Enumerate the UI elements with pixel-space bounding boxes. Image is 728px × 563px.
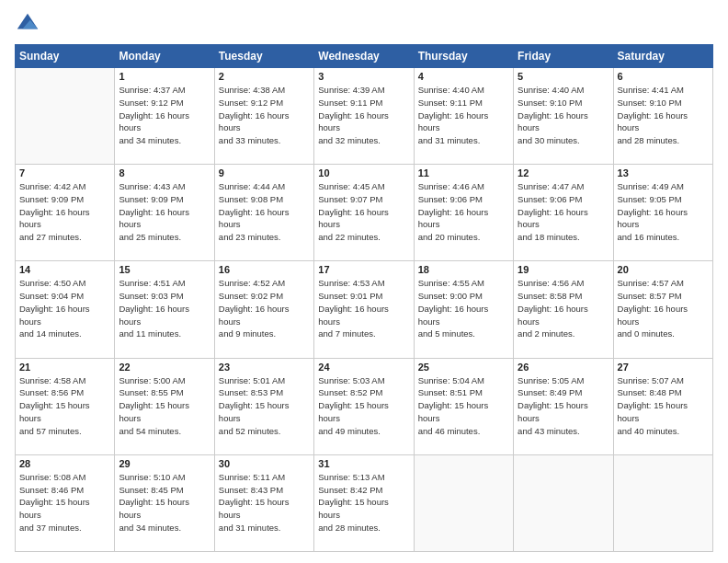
day-number: 5 — [518, 71, 609, 82]
day-number: 10 — [318, 167, 409, 178]
cell-text: Sunrise: 5:11 AMSunset: 8:43 PMDaylight:… — [219, 471, 310, 534]
day-number: 13 — [618, 167, 709, 178]
calendar-cell: 11Sunrise: 4:46 AMSunset: 9:06 PMDayligh… — [414, 165, 513, 261]
cell-text: Sunrise: 4:51 AMSunset: 9:03 PMDaylight:… — [119, 277, 210, 340]
day-number: 7 — [19, 167, 110, 178]
calendar-day-header: Monday — [115, 45, 214, 68]
day-number: 30 — [219, 458, 310, 469]
calendar-cell: 8Sunrise: 4:43 AMSunset: 9:09 PMDaylight… — [115, 165, 214, 261]
calendar-cell: 23Sunrise: 5:01 AMSunset: 8:53 PMDayligh… — [214, 358, 313, 454]
calendar-cell: 28Sunrise: 5:08 AMSunset: 8:46 PMDayligh… — [16, 454, 115, 551]
calendar-cell: 24Sunrise: 5:03 AMSunset: 8:52 PMDayligh… — [314, 358, 414, 454]
calendar-header-row: SundayMondayTuesdayWednesdayThursdayFrid… — [16, 45, 713, 68]
day-number: 20 — [618, 264, 709, 275]
calendar-cell: 29Sunrise: 5:10 AMSunset: 8:45 PMDayligh… — [115, 454, 214, 551]
calendar-table: SundayMondayTuesdayWednesdayThursdayFrid… — [15, 44, 713, 552]
calendar-cell: 4Sunrise: 4:40 AMSunset: 9:11 PMDaylight… — [414, 68, 513, 165]
calendar-cell: 22Sunrise: 5:00 AMSunset: 8:55 PMDayligh… — [115, 358, 214, 454]
calendar-cell: 12Sunrise: 4:47 AMSunset: 9:06 PMDayligh… — [514, 165, 613, 261]
calendar-day-header: Tuesday — [214, 45, 313, 68]
calendar-cell: 16Sunrise: 4:52 AMSunset: 9:02 PMDayligh… — [214, 261, 313, 358]
day-number: 16 — [219, 264, 310, 275]
cell-text: Sunrise: 4:41 AMSunset: 9:10 PMDaylight:… — [618, 84, 709, 147]
cell-text: Sunrise: 5:07 AMSunset: 8:48 PMDaylight:… — [618, 374, 709, 438]
calendar-cell: 27Sunrise: 5:07 AMSunset: 8:48 PMDayligh… — [613, 358, 712, 454]
calendar-day-header: Saturday — [613, 45, 712, 68]
day-number: 19 — [518, 264, 609, 275]
cell-text: Sunrise: 4:58 AMSunset: 8:56 PMDaylight:… — [19, 374, 110, 438]
day-number: 25 — [418, 362, 509, 373]
calendar-cell — [514, 454, 613, 551]
calendar-cell: 7Sunrise: 4:42 AMSunset: 9:09 PMDaylight… — [16, 165, 115, 261]
calendar-day-header: Sunday — [16, 45, 115, 68]
calendar-day-header: Thursday — [414, 45, 513, 68]
day-number: 23 — [219, 362, 310, 373]
day-number: 22 — [119, 362, 210, 373]
day-number: 21 — [19, 362, 110, 373]
calendar-cell — [613, 454, 712, 551]
day-number: 6 — [618, 71, 709, 82]
cell-text: Sunrise: 5:13 AMSunset: 8:42 PMDaylight:… — [318, 471, 409, 534]
calendar-cell: 21Sunrise: 4:58 AMSunset: 8:56 PMDayligh… — [16, 358, 115, 454]
day-number: 8 — [119, 167, 210, 178]
calendar-cell: 18Sunrise: 4:55 AMSunset: 9:00 PMDayligh… — [414, 261, 513, 358]
calendar-cell: 1Sunrise: 4:37 AMSunset: 9:12 PMDaylight… — [115, 68, 214, 165]
day-number: 11 — [418, 167, 509, 178]
cell-text: Sunrise: 4:38 AMSunset: 9:12 PMDaylight:… — [219, 84, 310, 147]
calendar-day-header: Friday — [514, 45, 613, 68]
calendar-cell: 10Sunrise: 4:45 AMSunset: 9:07 PMDayligh… — [314, 165, 414, 261]
calendar-day-header: Wednesday — [314, 45, 414, 68]
calendar-cell: 30Sunrise: 5:11 AMSunset: 8:43 PMDayligh… — [214, 454, 313, 551]
cell-text: Sunrise: 4:50 AMSunset: 9:04 PMDaylight:… — [19, 277, 110, 340]
cell-text: Sunrise: 4:52 AMSunset: 9:02 PMDaylight:… — [219, 277, 310, 340]
day-number: 18 — [418, 264, 509, 275]
cell-text: Sunrise: 4:49 AMSunset: 9:05 PMDaylight:… — [618, 180, 709, 244]
day-number: 26 — [518, 362, 609, 373]
cell-text: Sunrise: 4:40 AMSunset: 9:10 PMDaylight:… — [518, 84, 609, 147]
cell-text: Sunrise: 5:05 AMSunset: 8:49 PMDaylight:… — [518, 374, 609, 438]
cell-text: Sunrise: 4:39 AMSunset: 9:11 PMDaylight:… — [318, 84, 409, 147]
cell-text: Sunrise: 5:10 AMSunset: 8:45 PMDaylight:… — [119, 471, 210, 534]
cell-text: Sunrise: 4:57 AMSunset: 8:57 PMDaylight:… — [618, 277, 709, 340]
cell-text: Sunrise: 5:01 AMSunset: 8:53 PMDaylight:… — [219, 374, 310, 438]
calendar-cell: 19Sunrise: 4:56 AMSunset: 8:58 PMDayligh… — [514, 261, 613, 358]
calendar-cell: 15Sunrise: 4:51 AMSunset: 9:03 PMDayligh… — [115, 261, 214, 358]
cell-text: Sunrise: 5:08 AMSunset: 8:46 PMDaylight:… — [19, 471, 110, 534]
calendar-week-row: 21Sunrise: 4:58 AMSunset: 8:56 PMDayligh… — [16, 358, 713, 454]
cell-text: Sunrise: 5:03 AMSunset: 8:52 PMDaylight:… — [318, 374, 409, 438]
logo — [15, 11, 44, 37]
cell-text: Sunrise: 4:46 AMSunset: 9:06 PMDaylight:… — [418, 180, 509, 244]
day-number: 9 — [219, 167, 310, 178]
header — [15, 11, 713, 37]
day-number: 29 — [119, 458, 210, 469]
calendar-week-row: 7Sunrise: 4:42 AMSunset: 9:09 PMDaylight… — [16, 165, 713, 261]
day-number: 3 — [318, 71, 409, 82]
calendar-cell: 9Sunrise: 4:44 AMSunset: 9:08 PMDaylight… — [214, 165, 313, 261]
cell-text: Sunrise: 5:04 AMSunset: 8:51 PMDaylight:… — [418, 374, 509, 438]
cell-text: Sunrise: 4:44 AMSunset: 9:08 PMDaylight:… — [219, 180, 310, 244]
calendar-week-row: 14Sunrise: 4:50 AMSunset: 9:04 PMDayligh… — [16, 261, 713, 358]
day-number: 31 — [318, 458, 409, 469]
cell-text: Sunrise: 4:42 AMSunset: 9:09 PMDaylight:… — [19, 180, 110, 244]
calendar-cell — [414, 454, 513, 551]
calendar-cell: 2Sunrise: 4:38 AMSunset: 9:12 PMDaylight… — [214, 68, 313, 165]
calendar-cell: 26Sunrise: 5:05 AMSunset: 8:49 PMDayligh… — [514, 358, 613, 454]
calendar-cell: 6Sunrise: 4:41 AMSunset: 9:10 PMDaylight… — [613, 68, 712, 165]
cell-text: Sunrise: 4:45 AMSunset: 9:07 PMDaylight:… — [318, 180, 409, 244]
calendar-cell: 14Sunrise: 4:50 AMSunset: 9:04 PMDayligh… — [16, 261, 115, 358]
calendar-cell — [16, 68, 115, 165]
day-number: 27 — [618, 362, 709, 373]
page: SundayMondayTuesdayWednesdayThursdayFrid… — [0, 0, 728, 563]
cell-text: Sunrise: 4:55 AMSunset: 9:00 PMDaylight:… — [418, 277, 509, 340]
cell-text: Sunrise: 4:53 AMSunset: 9:01 PMDaylight:… — [318, 277, 409, 340]
calendar-cell: 3Sunrise: 4:39 AMSunset: 9:11 PMDaylight… — [314, 68, 414, 165]
calendar-week-row: 28Sunrise: 5:08 AMSunset: 8:46 PMDayligh… — [16, 454, 713, 551]
cell-text: Sunrise: 4:43 AMSunset: 9:09 PMDaylight:… — [119, 180, 210, 244]
day-number: 1 — [119, 71, 210, 82]
cell-text: Sunrise: 4:40 AMSunset: 9:11 PMDaylight:… — [418, 84, 509, 147]
cell-text: Sunrise: 4:56 AMSunset: 8:58 PMDaylight:… — [518, 277, 609, 340]
day-number: 2 — [219, 71, 310, 82]
cell-text: Sunrise: 4:37 AMSunset: 9:12 PMDaylight:… — [119, 84, 210, 147]
calendar-cell: 31Sunrise: 5:13 AMSunset: 8:42 PMDayligh… — [314, 454, 414, 551]
day-number: 4 — [418, 71, 509, 82]
